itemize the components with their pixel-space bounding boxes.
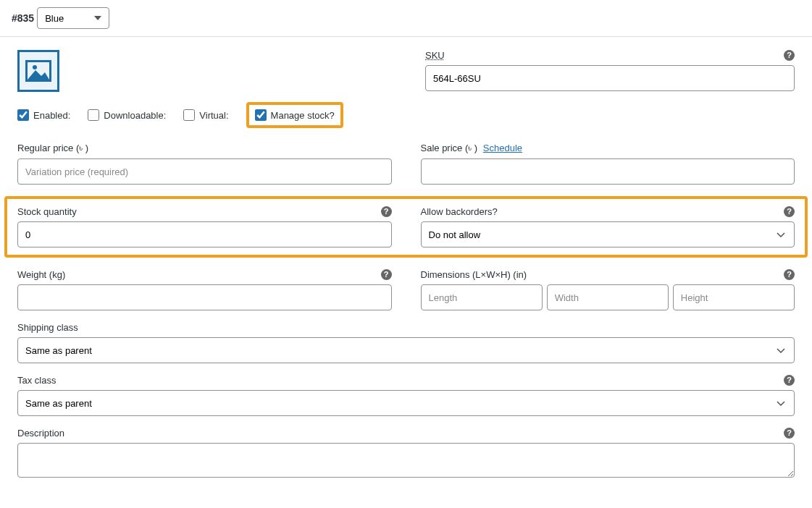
- virtual-label: Virtual:: [199, 110, 228, 121]
- virtual-checkbox[interactable]: [183, 109, 195, 121]
- sale-price-label-row: Sale price (৳ ) Schedule: [421, 143, 795, 154]
- stock-highlight: Stock quantity ? Allow backorders? ? Do …: [4, 196, 808, 258]
- manage-stock-label: Manage stock?: [271, 110, 335, 121]
- variation-id: #835: [12, 12, 34, 24]
- svg-point-2: [33, 65, 37, 69]
- options-row: Enabled: Downloadable: Virtual: Manage s…: [17, 102, 795, 135]
- weight-label: Weight (kg): [17, 269, 65, 280]
- tax-class-select[interactable]: Same as parent: [17, 390, 795, 416]
- help-icon[interactable]: ?: [784, 375, 795, 386]
- help-icon[interactable]: ?: [381, 269, 392, 280]
- help-icon[interactable]: ?: [784, 206, 795, 217]
- virtual-checkbox-wrap[interactable]: Virtual:: [183, 109, 228, 121]
- variation-body: SKU ? Enabled: Downloadable: Virtual:: [0, 37, 812, 504]
- variation-panel: #835 Blue SKU ?: [0, 0, 812, 504]
- manage-stock-checkbox[interactable]: [255, 109, 267, 121]
- regular-price-input[interactable]: [17, 158, 392, 185]
- attribute-select[interactable]: Blue: [37, 7, 109, 29]
- description-textarea[interactable]: [17, 443, 795, 478]
- enabled-label: Enabled:: [33, 110, 70, 121]
- schedule-link[interactable]: Schedule: [483, 143, 522, 153]
- regular-price-label: Regular price (৳ ): [17, 143, 392, 154]
- sale-price-input[interactable]: [421, 158, 795, 185]
- help-icon[interactable]: ?: [784, 428, 795, 439]
- tax-class-label: Tax class: [17, 375, 56, 386]
- sku-label: SKU: [425, 50, 445, 61]
- sale-price-label: Sale price (৳ ): [421, 143, 478, 153]
- allow-backorders-label: Allow backorders?: [421, 206, 498, 217]
- stock-quantity-input[interactable]: [17, 221, 392, 247]
- shipping-class-select[interactable]: Same as parent: [17, 337, 795, 363]
- width-input[interactable]: [547, 284, 669, 310]
- downloadable-checkbox-wrap[interactable]: Downloadable:: [88, 109, 166, 121]
- allow-backorders-select[interactable]: Do not allow: [421, 221, 795, 247]
- manage-stock-highlight: Manage stock?: [246, 102, 343, 128]
- help-icon[interactable]: ?: [381, 206, 392, 217]
- enabled-checkbox[interactable]: [17, 109, 29, 121]
- downloadable-label: Downloadable:: [104, 110, 166, 121]
- length-input[interactable]: [421, 284, 543, 310]
- height-input[interactable]: [673, 284, 795, 310]
- sku-input[interactable]: [425, 65, 795, 91]
- downloadable-checkbox[interactable]: [88, 109, 99, 121]
- help-icon[interactable]: ?: [784, 50, 795, 61]
- weight-input[interactable]: [17, 284, 392, 310]
- manage-stock-checkbox-wrap[interactable]: Manage stock?: [255, 109, 335, 121]
- image-icon: [25, 60, 51, 82]
- help-icon[interactable]: ?: [784, 269, 795, 280]
- variation-image-placeholder[interactable]: [17, 50, 59, 92]
- dimensions-label: Dimensions (L×W×H) (in): [421, 269, 527, 280]
- description-label: Description: [17, 428, 64, 439]
- stock-quantity-label: Stock quantity: [17, 206, 77, 217]
- shipping-class-label: Shipping class: [17, 322, 795, 333]
- variation-header: #835 Blue: [0, 0, 812, 37]
- enabled-checkbox-wrap[interactable]: Enabled:: [17, 109, 70, 121]
